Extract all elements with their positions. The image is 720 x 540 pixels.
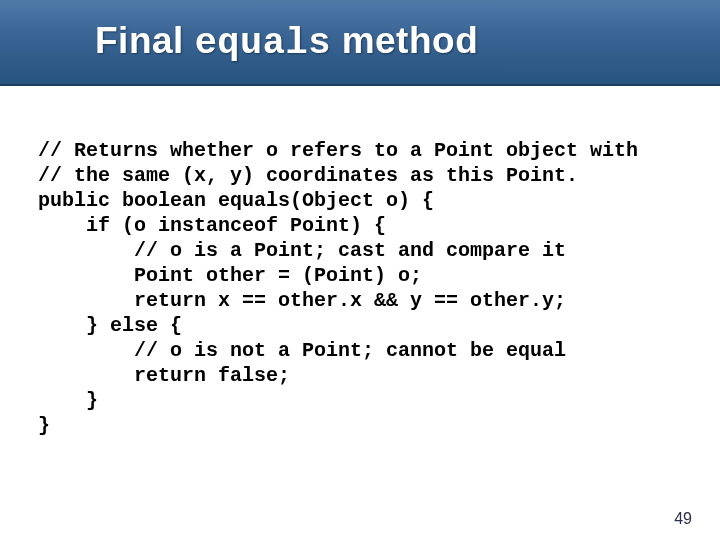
title-bar: Final equals method [0, 0, 720, 86]
slide: Final equals method // Returns whether o… [0, 0, 720, 540]
slide-number: 49 [674, 510, 692, 528]
slide-title: Final equals method [95, 20, 478, 64]
code-block: // Returns whether o refers to a Point o… [38, 138, 700, 438]
title-part2: method [331, 20, 478, 61]
title-part1: Final [95, 20, 195, 61]
title-mono: equals [195, 22, 331, 64]
